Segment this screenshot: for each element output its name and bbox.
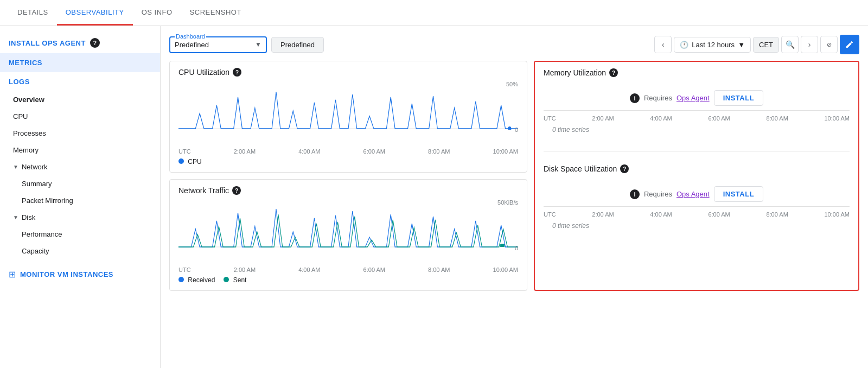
summary-label: Summary <box>22 180 52 188</box>
dashboard-label: Dashboard <box>175 33 206 40</box>
memory-chart-card: Memory Utilization ? i Requires Ops Agen… <box>535 62 858 144</box>
cpu-title-text: CPU Utilization <box>178 68 229 77</box>
disk-requires-text: Requires <box>644 190 672 198</box>
network-label: Network <box>22 163 48 171</box>
memory-ops-agent-link[interactable]: Ops Agent <box>676 94 710 102</box>
logs-button[interactable]: LOGS <box>0 72 160 91</box>
cpu-chart-svg <box>178 81 518 130</box>
time-range-button[interactable]: 🕐 Last 12 hours ▼ <box>674 37 751 53</box>
sidebar-item-summary[interactable]: Summary <box>0 175 160 192</box>
dashboard-select[interactable]: Predefined ▼ <box>175 40 261 50</box>
monitor-icon: ⊞ <box>9 269 16 280</box>
sidebar-item-processes[interactable]: Processes <box>0 125 160 142</box>
time-range-label: Last 12 hours <box>692 41 735 49</box>
cpu-chart-card: CPU Utilization ? 50% 0 <box>169 61 527 173</box>
network-chart-title: Network Traffic ? <box>178 186 518 195</box>
charts-grid: CPU Utilization ? 50% 0 <box>161 61 868 291</box>
memory-info-icon: i <box>630 93 640 103</box>
memory-requires-body: i Requires Ops Agent INSTALL <box>544 77 850 110</box>
cpu-chart-area: 50% 0 <box>178 81 518 146</box>
network-title-text: Network Traffic <box>178 186 229 195</box>
dropdown-arrow-icon: ▼ <box>255 41 261 48</box>
sent-legend: Sent <box>224 276 246 284</box>
tab-details[interactable]: DETAILS <box>9 1 57 26</box>
capacity-label: Capacity <box>22 247 49 255</box>
sidebar-item-overview[interactable]: Overview <box>0 91 160 108</box>
next-button[interactable]: › <box>801 36 818 53</box>
dashboard-value: Predefined <box>175 41 209 49</box>
network-legend: Received Sent <box>178 276 518 284</box>
sidebar-item-cpu[interactable]: CPU <box>0 108 160 125</box>
disk-ops-agent-link[interactable]: Ops Agent <box>676 190 710 198</box>
memory-x-labels: UTC 2:00 AM 4:00 AM 6:00 AM 8:00 AM 10:0… <box>544 113 850 124</box>
svg-rect-3 <box>500 244 505 247</box>
metrics-button[interactable]: METRICS <box>0 53 160 72</box>
cpu-y-zero: 0 <box>515 126 518 133</box>
timezone-button[interactable]: CET <box>753 37 779 53</box>
tab-observability[interactable]: OBSERVABILITY <box>57 1 133 26</box>
processes-label: Processes <box>13 129 46 137</box>
network-y-label: 50KiB/s <box>497 199 518 206</box>
cpu-x-labels: UTC 2:00 AM 4:00 AM 6:00 AM 8:00 AM 10:0… <box>178 148 518 155</box>
search-button[interactable]: 🔍 <box>781 36 799 53</box>
network-x-labels: UTC 2:00 AM 4:00 AM 6:00 AM 8:00 AM 10:0… <box>178 267 518 273</box>
performance-label: Performance <box>22 230 62 238</box>
memory-install-button[interactable]: INSTALL <box>714 90 763 106</box>
disk-chart-title: Disk Space Utilization ? <box>544 164 850 173</box>
disk-x-labels: UTC 2:00 AM 4:00 AM 6:00 AM 8:00 AM 10:0… <box>544 209 850 220</box>
disk-label: Disk <box>22 213 35 221</box>
sidebar-item-packet-mirroring[interactable]: Packet Mirroring <box>0 192 160 209</box>
network-help-icon[interactable]: ? <box>232 186 241 195</box>
monitor-vm-link[interactable]: MONITOR VM INSTANCES <box>20 270 113 278</box>
charts-right: Memory Utilization ? i Requires Ops Agen… <box>534 61 859 291</box>
sidebar-item-capacity[interactable]: Capacity <box>0 243 160 259</box>
right-divider <box>544 151 850 151</box>
predefined-button[interactable]: Predefined <box>271 37 324 53</box>
svg-point-1 <box>508 126 511 130</box>
sidebar-item-performance[interactable]: Performance <box>0 226 160 243</box>
sidebar: INSTALL OPS AGENT ? METRICS LOGS Overvie… <box>0 26 161 368</box>
disk-install-button[interactable]: INSTALL <box>714 186 763 202</box>
charts-left: CPU Utilization ? 50% 0 <box>169 61 527 291</box>
cpu-y-label: 50% <box>506 81 518 87</box>
network-expand-icon: ▼ <box>13 164 18 170</box>
cpu-help-icon[interactable]: ? <box>233 68 241 77</box>
disk-info-icon: i <box>630 189 640 199</box>
disk-time-series-label: 0 time series <box>544 220 850 234</box>
received-legend-label: Received <box>188 276 215 284</box>
memory-title-text: Memory Utilization <box>544 68 606 77</box>
install-ops-agent-help-icon[interactable]: ? <box>90 38 100 48</box>
monitor-vm-section: ⊞ MONITOR VM INSTANCES <box>0 264 160 285</box>
prev-button[interactable]: ‹ <box>654 36 672 53</box>
disk-help-icon[interactable]: ? <box>620 164 629 173</box>
sidebar-item-network[interactable]: ▼ Network <box>0 158 160 175</box>
content-area: Dashboard Predefined ▼ Predefined ‹ 🕐 La… <box>161 26 868 368</box>
top-tabs: DETAILS OBSERVABILITY OS INFO SCREENSHOT <box>0 0 868 26</box>
edit-icon <box>845 40 854 49</box>
disk-requires-body: i Requires Ops Agent INSTALL <box>544 173 850 206</box>
memory-divider <box>544 110 850 111</box>
dashboard-dropdown[interactable]: Dashboard Predefined ▼ <box>169 36 267 53</box>
tab-os-info[interactable]: OS INFO <box>133 1 181 26</box>
content-toolbar: Dashboard Predefined ▼ Predefined ‹ 🕐 La… <box>161 33 868 61</box>
edit-button[interactable] <box>840 35 859 54</box>
install-ops-agent-link[interactable]: INSTALL OPS AGENT <box>9 39 86 47</box>
memory-help-icon[interactable]: ? <box>609 68 618 77</box>
tab-screenshot[interactable]: SCREENSHOT <box>181 1 250 26</box>
main-layout: INSTALL OPS AGENT ? METRICS LOGS Overvie… <box>0 26 868 368</box>
memory-chart-title: Memory Utilization ? <box>544 68 850 77</box>
network-chart-svg <box>178 199 518 248</box>
disk-expand-icon: ▼ <box>13 214 18 220</box>
sidebar-item-disk[interactable]: ▼ Disk <box>0 209 160 226</box>
network-chart-card: Network Traffic ? 50KiB/s <box>169 179 527 291</box>
cpu-label: CPU <box>13 112 28 120</box>
overview-label: Overview <box>13 96 44 104</box>
sidebar-item-memory[interactable]: Memory <box>0 142 160 158</box>
cpu-legend-label: CPU <box>188 158 201 166</box>
network-y-zero: 0 <box>515 245 518 251</box>
memory-label: Memory <box>13 146 39 154</box>
cpu-chart-title: CPU Utilization ? <box>178 68 518 77</box>
disk-divider <box>544 206 850 207</box>
toolbar-right: ‹ 🕐 Last 12 hours ▼ CET 🔍 › ⊘ <box>654 35 859 54</box>
compare-button[interactable]: ⊘ <box>820 36 838 53</box>
